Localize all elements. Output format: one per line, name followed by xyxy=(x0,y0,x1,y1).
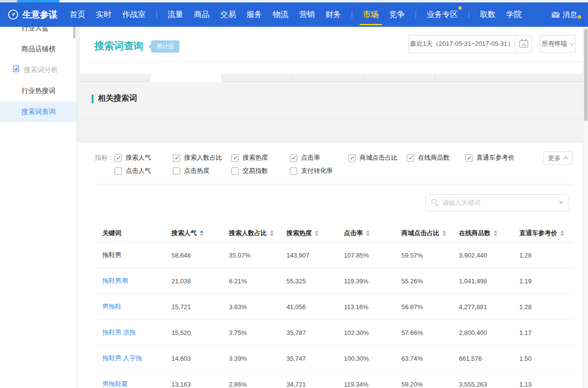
section-title-text: 相关搜索词 xyxy=(98,93,137,104)
sort-icon[interactable] xyxy=(366,230,370,236)
nav-item-8[interactable]: 物流 xyxy=(273,2,288,27)
checkbox-unchecked[interactable] xyxy=(173,167,180,175)
checkbox-checked[interactable]: ✓ xyxy=(114,154,122,162)
nav-item-11[interactable]: 市场 xyxy=(363,2,379,27)
nav-item-13[interactable]: 业务专区 xyxy=(427,2,458,27)
page-scrollbar-thumb[interactable] xyxy=(584,29,588,121)
sort-icon[interactable] xyxy=(315,230,319,236)
checkbox-checked[interactable]: ✓ xyxy=(407,154,414,162)
checkbox-unchecked[interactable] xyxy=(290,167,297,175)
calendar-button[interactable]: 15 xyxy=(515,36,531,52)
brand[interactable]: 生意参谋 xyxy=(8,9,57,20)
terminal-filter-dropdown[interactable]: 所有终端 xyxy=(540,35,576,53)
value-cell: 59.20% xyxy=(401,381,459,388)
tab-4[interactable] xyxy=(293,74,364,82)
nav-item-1[interactable]: 首页 xyxy=(70,2,85,27)
checkbox-checked[interactable]: ✓ xyxy=(231,154,239,162)
keyword-cell[interactable]: 拖鞋男 凉拖 xyxy=(102,328,171,337)
tab-1[interactable] xyxy=(80,74,150,82)
sidebar-item-4[interactable]: 行业热搜词 xyxy=(0,80,76,101)
sort-icon[interactable] xyxy=(560,230,564,236)
sort-icon[interactable] xyxy=(270,230,274,236)
more-button[interactable]: 更多 xyxy=(543,151,572,165)
column-header-在线商品数[interactable]: 在线商品数 xyxy=(459,229,519,238)
sort-icon[interactable] xyxy=(442,230,446,236)
checkbox-checked[interactable]: ✓ xyxy=(173,154,180,162)
sort-down-arrow xyxy=(315,234,319,236)
nav-item-5[interactable]: 商品 xyxy=(194,2,209,27)
metric-checkbox-点击人气[interactable]: 点击人气 xyxy=(114,166,173,175)
nav-item-9[interactable]: 营销 xyxy=(299,2,315,27)
clear-search-icon[interactable]: × xyxy=(559,198,563,206)
sidebar-item-2[interactable]: 商品店铺榜 xyxy=(0,38,76,59)
column-header-直通车参考价[interactable]: 直通车参考价 xyxy=(519,229,572,238)
tab-2-active[interactable] xyxy=(150,74,222,82)
nav-item-7[interactable]: 服务 xyxy=(247,2,262,27)
checkbox-checked[interactable]: ✓ xyxy=(465,154,473,162)
date-range-picker[interactable]: 最近1天（2017-05-31~2017-05-31） 15 xyxy=(408,35,532,53)
calendar-day: 15 xyxy=(521,43,526,47)
metric-checkbox-搜索热度[interactable]: ✓搜索热度 xyxy=(231,153,290,162)
sort-icon[interactable] xyxy=(493,230,497,236)
checkbox-checked[interactable]: ✓ xyxy=(348,154,356,162)
nav-item-12[interactable]: 竞争 xyxy=(389,2,405,27)
chevron-down-icon xyxy=(570,40,575,45)
metric-checkbox-交易指数[interactable]: 交易指数 xyxy=(231,166,290,175)
messages-button[interactable]: 消息 xyxy=(551,10,580,19)
column-header-label: 直通车参考价 xyxy=(519,229,557,238)
metric-checkbox-商城点击占比[interactable]: ✓商城点击占比 xyxy=(348,153,407,162)
nav-item-15[interactable]: 学院 xyxy=(506,2,522,27)
column-header-搜索人数占比[interactable]: 搜索人数占比 xyxy=(229,229,286,238)
keyword-cell[interactable]: 男拖鞋 xyxy=(102,302,171,311)
metrics-checkboxes-2: 点击人气点击热度交易指数支付转化率 xyxy=(114,166,348,175)
metric-checkbox-点击热度[interactable]: 点击热度 xyxy=(173,166,231,175)
more-label: 更多 xyxy=(548,154,561,163)
keyword-cell[interactable]: 拖鞋男潮 xyxy=(102,277,171,285)
metric-label: 交易指数 xyxy=(243,166,268,175)
nav-item-6[interactable]: 交易 xyxy=(220,2,236,27)
nav-item-3[interactable]: 作战室 xyxy=(122,2,146,27)
calendar-icon: 15 xyxy=(519,40,528,48)
column-header-商城点击占比[interactable]: 商城点击占比 xyxy=(401,229,459,238)
messages-label: 消息 xyxy=(563,10,577,19)
sort-icon[interactable] xyxy=(200,230,204,236)
metric-checkbox-支付转化率[interactable]: 支付转化率 xyxy=(290,166,348,175)
nav-item-2[interactable]: 实时 xyxy=(96,2,112,27)
sidebar-item-1[interactable]: 行业大盘 xyxy=(0,27,76,38)
tab-5[interactable] xyxy=(364,74,436,82)
date-range-value[interactable]: 最近1天（2017-05-31~2017-05-31） xyxy=(409,36,515,52)
checkbox-unchecked[interactable] xyxy=(231,167,239,175)
page-scrollbar[interactable] xyxy=(583,27,588,388)
nav-item-14[interactable]: 取数 xyxy=(480,2,495,27)
column-header-搜索人气[interactable]: 搜索人气 xyxy=(171,229,229,238)
checkbox-unchecked[interactable] xyxy=(114,167,122,175)
value-cell: 1.13 xyxy=(519,381,572,388)
notification-dot xyxy=(458,6,462,10)
metric-checkbox-直通车参考价[interactable]: ✓直通车参考价 xyxy=(465,153,524,162)
column-header-搜索热度[interactable]: 搜索热度 xyxy=(286,229,344,238)
metric-checkbox-点击率[interactable]: ✓点击率 xyxy=(290,153,348,162)
keyword-search: × xyxy=(425,194,569,211)
sidebar-item-5[interactable]: 搜索词查询 xyxy=(0,101,76,122)
column-header-label: 点击率 xyxy=(344,229,363,238)
table-body: 拖鞋男58,64835.07%143,907107.85%59.57%3,902… xyxy=(95,242,572,388)
metric-checkbox-搜索人数占比[interactable]: ✓搜索人数占比 xyxy=(173,153,231,162)
section-title: 相关搜索词 xyxy=(92,93,137,104)
metric-checkbox-在线商品数[interactable]: ✓在线商品数 xyxy=(407,153,465,162)
sort-down-arrow xyxy=(270,234,274,236)
sidebar-scrollbar[interactable] xyxy=(73,27,76,38)
sort-up-arrow xyxy=(270,230,274,233)
nav-item-10[interactable]: 财务 xyxy=(325,2,341,27)
sort-up-arrow xyxy=(442,230,446,233)
tab-3[interactable] xyxy=(222,74,293,82)
column-header-点击率[interactable]: 点击率 xyxy=(344,229,401,238)
column-header-label: 在线商品数 xyxy=(459,229,491,238)
checkbox-checked[interactable]: ✓ xyxy=(290,154,297,162)
value-cell: 35,747 xyxy=(286,355,344,362)
compass-icon xyxy=(8,9,19,20)
keyword-cell[interactable]: 拖鞋男 人字拖 xyxy=(102,354,171,363)
nav-item-4[interactable]: 流量 xyxy=(168,2,183,27)
metric-checkbox-搜索人气[interactable]: ✓搜索人气 xyxy=(114,153,173,162)
keyword-search-input[interactable] xyxy=(442,195,554,211)
keyword-cell[interactable]: 男拖鞋夏 xyxy=(102,380,171,388)
